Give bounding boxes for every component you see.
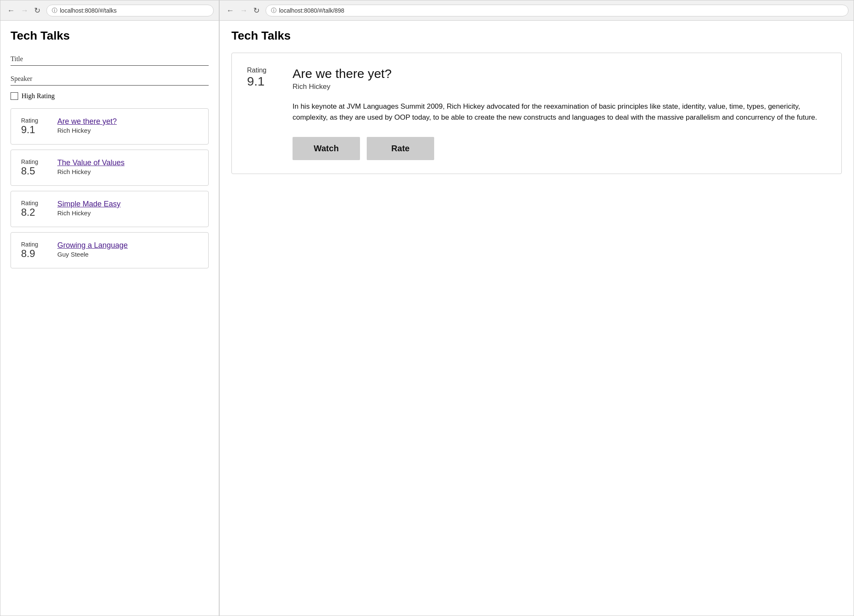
left-forward-button[interactable]: → [19,7,30,14]
talk-title-link-4[interactable]: Growing a Language [57,241,128,250]
left-toolbar: ← → ↻ ⓘ localhost:8080/#/talks [0,0,219,21]
left-nav-buttons: ← → ↻ [5,7,42,14]
right-lock-icon: ⓘ [271,7,277,14]
rating-label-4: Rating [21,241,38,248]
talk-speaker-2: Rich Hickey [57,168,198,175]
right-url: localhost:8080/#/talk/898 [279,7,344,14]
detail-rating-label: Rating [247,67,266,74]
talk-detail-card: Rating 9.1 Are we there yet? Rich Hickey… [231,53,842,174]
watch-button[interactable]: Watch [293,137,360,160]
speaker-filter-input[interactable] [11,72,209,86]
talks-list: Rating 9.1 Are we there yet? Rich Hickey… [11,108,209,268]
talk-title-link-3[interactable]: Simple Made Easy [57,200,121,209]
rate-button[interactable]: Rate [367,137,434,160]
talk-info-2: The Value of Values Rich Hickey [57,158,198,175]
right-forward-button[interactable]: → [238,7,249,14]
left-lock-icon: ⓘ [52,7,57,14]
right-address-bar[interactable]: ⓘ localhost:8080/#/talk/898 [266,5,849,16]
detail-actions: Watch Rate [293,137,826,160]
left-refresh-button[interactable]: ↻ [32,7,42,14]
rating-value-3: 8.2 [21,206,35,218]
right-refresh-button[interactable]: ↻ [252,7,261,14]
talk-speaker-3: Rich Hickey [57,209,198,217]
right-toolbar: ← → ↻ ⓘ localhost:8080/#/talk/898 [220,0,854,21]
talk-card-2[interactable]: Rating 8.5 The Value of Values Rich Hick… [11,150,209,186]
detail-description: In his keynote at JVM Languages Summit 2… [293,101,826,123]
rating-value-4: 8.9 [21,248,35,260]
right-browser-window: ← → ↻ ⓘ localhost:8080/#/talk/898 Tech T… [219,0,854,616]
filter-section: High Rating [11,53,209,100]
talk-rating-4: Rating 8.9 [21,241,51,260]
left-browser-window: ← → ↻ ⓘ localhost:8080/#/talks Tech Talk… [0,0,219,616]
talk-speaker-1: Rich Hickey [57,127,198,134]
rating-label-3: Rating [21,200,38,206]
left-back-button[interactable]: ← [5,7,16,14]
talk-info-3: Simple Made Easy Rich Hickey [57,200,198,217]
left-browser-content: Tech Talks High Rating Rating 9.1 Are we… [0,21,219,616]
talk-title-link-1[interactable]: Are we there yet? [57,117,117,126]
talk-info-1: Are we there yet? Rich Hickey [57,117,198,134]
detail-title: Are we there yet? [293,67,826,81]
detail-content: Are we there yet? Rich Hickey In his key… [293,67,826,160]
detail-speaker: Rich Hickey [293,83,826,91]
high-rating-label: High Rating [21,92,55,100]
talk-card-3[interactable]: Rating 8.2 Simple Made Easy Rich Hickey [11,191,209,227]
right-back-button[interactable]: ← [225,7,236,14]
rating-label-1: Rating [21,117,38,124]
talk-card-1[interactable]: Rating 9.1 Are we there yet? Rich Hickey [11,108,209,145]
talk-speaker-4: Guy Steele [57,251,198,258]
talk-rating-2: Rating 8.5 [21,158,51,177]
title-filter-input[interactable] [11,53,209,66]
right-browser-content: Tech Talks Rating 9.1 Are we there yet? … [220,21,854,616]
talk-card-4[interactable]: Rating 8.9 Growing a Language Guy Steele [11,232,209,268]
talk-rating-3: Rating 8.2 [21,200,51,218]
left-page-title: Tech Talks [11,29,209,43]
left-url: localhost:8080/#/talks [60,7,117,14]
high-rating-checkbox[interactable] [11,92,18,100]
talk-rating-1: Rating 9.1 [21,117,51,136]
talk-title-link-2[interactable]: The Value of Values [57,158,124,167]
detail-rating-value: 9.1 [247,74,265,88]
rating-value-2: 8.5 [21,165,35,177]
rating-value-1: 9.1 [21,124,35,136]
high-rating-row: High Rating [11,92,209,100]
left-address-bar[interactable]: ⓘ localhost:8080/#/talks [46,5,214,16]
right-nav-buttons: ← → ↻ [225,7,261,14]
detail-rating-col: Rating 9.1 [247,67,281,160]
talk-info-4: Growing a Language Guy Steele [57,241,198,258]
rating-label-2: Rating [21,158,38,165]
right-page-title: Tech Talks [231,29,842,43]
